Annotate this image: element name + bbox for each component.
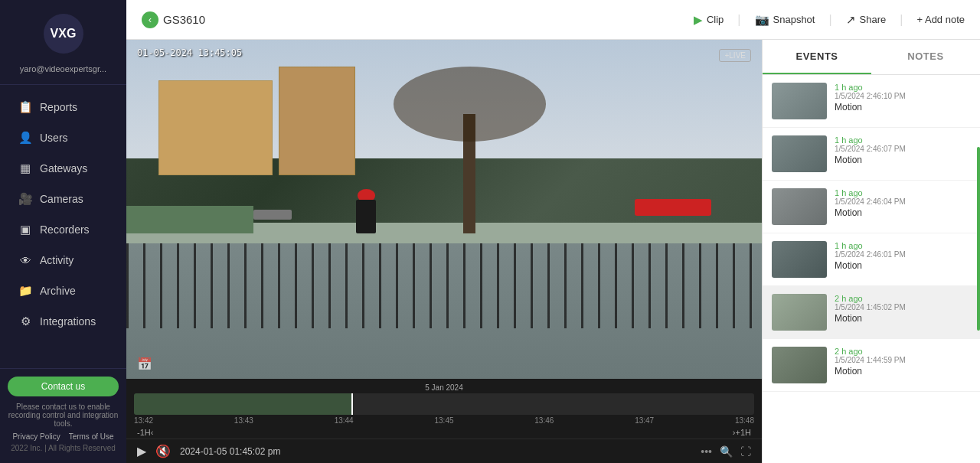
sidebar-bottom: Contact us Please contact us to enable r… (0, 368, 126, 463)
time-label-5: 13:47 (635, 416, 654, 425)
event-item-5[interactable]: 2 h ago 1/5/2024 1:45:02 PM Motion (763, 286, 980, 339)
content-area: 01-05-2024 13:45:05 +LIVE 📅 5 Jan 2024 1… (126, 40, 980, 463)
fence (126, 243, 762, 328)
mute-button[interactable]: 🔇 (155, 444, 171, 458)
snapshot-label: Snapshot (773, 14, 815, 25)
video-ctrl-right: ••• 🔍 ⛶ (701, 445, 751, 458)
timeline-progress (134, 393, 351, 415)
activity-icon: 👁 (18, 253, 32, 267)
event-type-3: Motion (835, 207, 971, 218)
event-item-3[interactable]: 1 h ago 1/5/2024 2:46:04 PM Motion (763, 181, 980, 233)
event-type-6: Motion (835, 366, 971, 377)
sidebar-item-label-gateways: Gateways (40, 162, 87, 174)
sidebar-item-gateways[interactable]: ▦ Gateways (5, 154, 122, 183)
clip-button[interactable]: ▶ Clip (694, 13, 724, 27)
video-area: 01-05-2024 13:45:05 +LIVE 📅 5 Jan 2024 1… (126, 40, 762, 463)
more-options-icon[interactable]: ••• (701, 445, 712, 458)
video-timeline: 5 Jan 2024 13:42 13:43 13:44 13:45 13:46… (126, 379, 762, 439)
timeline-fwd-button[interactable]: +1H (736, 428, 752, 437)
building-2 (279, 67, 355, 175)
cameras-icon: 🎥 (18, 192, 32, 206)
sidebar-item-reports[interactable]: 📋 Reports (5, 93, 122, 122)
sidebar-logo: VXG (0, 0, 126, 61)
event-datetime-4: 1/5/2024 2:46:01 PM (835, 250, 971, 259)
contact-note: Please contact us to enable recording co… (8, 403, 119, 428)
timeline-cursor (351, 393, 353, 415)
red-car-bg (635, 199, 711, 216)
main-content: ‹ GS3610 ▶ Clip | 📷 Snapshot | ↗ Share |… (126, 0, 980, 463)
play-button[interactable]: ▶ (137, 444, 146, 458)
video-frame[interactable]: 01-05-2024 13:45:05 +LIVE 📅 (126, 40, 762, 379)
sidebar-item-integrations[interactable]: ⚙ Integrations (5, 307, 122, 336)
tab-notes[interactable]: NOTES (871, 40, 980, 74)
sidebar-item-label-cameras: Cameras (40, 193, 83, 205)
tab-events[interactable]: EVENTS (763, 40, 871, 74)
time-label-1: 13:43 (234, 416, 253, 425)
sidebar-item-label-recorders: Recorders (40, 223, 90, 236)
event-type-4: Motion (835, 260, 971, 271)
timeline-nav: -1H ‹ › +1H (134, 426, 754, 439)
current-time-display: 2024-01-05 01:45:02 pm (180, 446, 691, 457)
terms-link[interactable]: Terms of Use (69, 432, 114, 441)
sidebar-item-cameras[interactable]: 🎥 Cameras (5, 184, 122, 214)
timeline-labels: 13:42 13:43 13:44 13:45 13:46 13:47 13:4… (134, 415, 754, 426)
reports-icon: 📋 (18, 100, 32, 114)
clip-label: Clip (707, 14, 724, 25)
sidebar-item-activity[interactable]: 👁 Activity (5, 246, 122, 275)
fullscreen-button[interactable]: ⛶ (740, 445, 751, 458)
video-timestamp: 01-05-2024 13:45:05 (137, 47, 242, 58)
event-time-ago-3: 1 h ago (835, 188, 971, 197)
add-note-label: + Add note (916, 14, 965, 25)
person-1 (355, 189, 377, 233)
sidebar-item-archive[interactable]: 📁 Archive (5, 276, 122, 305)
video-controls: ▶ 🔇 2024-01-05 01:45:02 pm ••• 🔍 ⛶ (126, 439, 762, 463)
camera-name: GS3610 (163, 13, 205, 26)
snapshot-button[interactable]: 📷 Snapshot (755, 13, 815, 27)
sidebar-item-label-reports: Reports (40, 101, 77, 113)
divider-1: | (737, 13, 740, 27)
timeline-arrow-left[interactable]: ‹ (151, 428, 154, 437)
event-item-4[interactable]: 1 h ago 1/5/2024 2:46:01 PM Motion (763, 233, 980, 286)
event-thumbnail-6 (772, 347, 827, 383)
event-info-6: 2 h ago 1/5/2024 1:44:59 PM Motion (835, 347, 971, 383)
integrations-icon: ⚙ (18, 315, 32, 328)
contact-us-button[interactable]: Contact us (8, 377, 119, 396)
sidebar-item-users[interactable]: 👤 Users (5, 123, 122, 152)
sidebar-user-email: yaro@videoexpertsgr... (0, 61, 126, 85)
timeline-date-label: 5 Jan 2024 (134, 382, 754, 393)
timeline-back-button[interactable]: -1H (137, 428, 151, 437)
add-note-button[interactable]: + Add note (916, 14, 965, 25)
event-time-ago-1: 1 h ago (835, 83, 971, 92)
event-info-1: 1 h ago 1/5/2024 2:46:10 PM Motion (835, 83, 971, 119)
event-time-ago-2: 1 h ago (835, 135, 971, 145)
grass-left (126, 206, 253, 233)
back-arrow-icon: ‹ (142, 11, 158, 28)
zoom-icon[interactable]: 🔍 (720, 445, 733, 458)
back-button[interactable]: ‹ GS3610 (142, 11, 205, 28)
sidebar-item-label-integrations: Integrations (40, 315, 96, 328)
event-time-ago-6: 2 h ago (835, 347, 971, 356)
event-datetime-2: 1/5/2024 2:46:07 PM (835, 145, 971, 153)
event-thumbnail-5 (772, 294, 827, 331)
tree-branches (394, 67, 546, 141)
sidebar-item-label-archive: Archive (40, 285, 76, 297)
event-item-6[interactable]: 2 h ago 1/5/2024 1:44:59 PM Motion (763, 339, 980, 392)
header-actions: ▶ Clip | 📷 Snapshot | ↗ Share | + Add no… (694, 13, 965, 27)
sidebar-nav: 📋 Reports 👤 Users ▦ Gateways 🎥 Cameras ▣… (0, 85, 126, 368)
event-thumbnail-4 (772, 241, 827, 278)
sidebar-item-recorders[interactable]: ▣ Recorders (5, 215, 122, 244)
event-item-1[interactable]: 1 h ago 1/5/2024 2:46:10 PM Motion (763, 75, 980, 128)
building-1 (158, 80, 273, 175)
event-thumbnail-1 (772, 83, 827, 119)
recording-icon: 📅 (137, 357, 152, 371)
timeline-scrubber[interactable] (134, 393, 754, 415)
sidebar-item-label-users: Users (40, 132, 68, 144)
panel-tabs: EVENTS NOTES (763, 40, 980, 75)
clip-icon: ▶ (694, 13, 703, 27)
share-label: Share (860, 14, 887, 25)
event-item-2[interactable]: 1 h ago 1/5/2024 2:46:07 PM Motion (763, 128, 980, 181)
share-button[interactable]: ↗ Share (846, 13, 887, 27)
divider-2: | (828, 13, 831, 27)
privacy-policy-link[interactable]: Privacy Policy (12, 432, 60, 441)
event-thumbnail-2 (772, 135, 827, 172)
